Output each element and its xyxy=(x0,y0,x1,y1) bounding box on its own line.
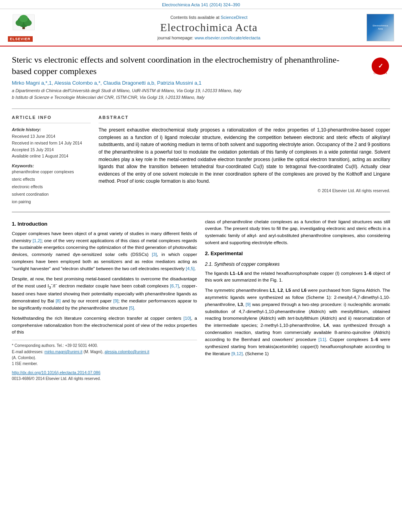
introduction-heading: 1. Introduction xyxy=(12,220,197,228)
email2-person: (A. Colombo). xyxy=(12,355,197,361)
journal-thumbnail-section: ElectrochimicaActa xyxy=(355,14,394,41)
synthesis-subheading: 2.1. Synthesis of copper complexes xyxy=(205,261,390,268)
keyword-4: solvent coordination xyxy=(12,191,91,198)
email-label: E-mail addresses: xyxy=(12,350,43,354)
issn-line: 0013-4686/© 2014 Elsevier Ltd. All right… xyxy=(12,376,197,382)
sciencedirect-link[interactable]: ScienceDirect xyxy=(221,15,248,20)
experimental-para-2: The symmetric phenanthrolines L1, L2, L5… xyxy=(205,287,390,357)
abstract-column: ABSTRACT The present exhaustive electroc… xyxy=(99,115,390,205)
affiliation-b: b Istituto di Scienze e Tecnologie Molec… xyxy=(12,94,359,101)
history-label: Article history: xyxy=(12,126,91,133)
elsevier-label: ELSEVIER xyxy=(8,36,33,42)
journal-url-link[interactable]: www.elsevier.com/locate/electacta xyxy=(195,35,261,40)
experimental-para-1: The ligands L1–L6 and the related hexafl… xyxy=(205,270,390,284)
ref-11[interactable]: [11] xyxy=(318,337,326,342)
experimental-heading: 2. Experimental xyxy=(205,250,390,258)
article-info-heading: ARTICLE INFO xyxy=(12,115,91,123)
abstract-heading: ABSTRACT xyxy=(99,115,390,123)
elsevier-logo-section: ELSEVIER xyxy=(8,13,63,42)
ref-6-7[interactable]: [6,7] xyxy=(170,284,179,288)
journal-title: Electrochimica Acta xyxy=(63,21,355,34)
svg-point-5 xyxy=(19,15,28,22)
authors-line: Mirko Magni a,*,1, Alessia Colombo a,*, … xyxy=(12,77,359,87)
journal-homepage: journal homepage: www.elsevier.com/locat… xyxy=(63,35,355,40)
article-title: Steric vs electronic effects and solvent… xyxy=(12,54,359,77)
keyword-1: phenanthroline copper complexes xyxy=(12,168,91,176)
article-title-section: Steric vs electronic effects and solvent… xyxy=(12,46,390,109)
doi-link[interactable]: http://dx.doi.org/10.1016/j.electacta.20… xyxy=(12,370,100,375)
ref-9b[interactable]: [9] xyxy=(246,302,251,307)
intro-para-1: Copper complexes have been object of a g… xyxy=(12,230,197,272)
affiliations: a Dipartimento di Chimica dell'Universit… xyxy=(12,87,359,104)
journal-title-section: Contents lists available at ScienceDirec… xyxy=(63,15,355,40)
ref-9-12[interactable]: [9,12] xyxy=(231,351,243,356)
email-footnote: E-mail addresses: mirko.magni@unimi.it (… xyxy=(12,349,197,355)
body-section: 1. Introduction Copper complexes have be… xyxy=(12,212,390,382)
email1-link[interactable]: mirko.magni@unimi.it xyxy=(45,350,82,354)
accepted-date: Accepted 15 July 2014 xyxy=(12,146,91,153)
elsevier-tree-icon xyxy=(8,13,39,35)
keywords-list: phenanthroline copper complexes steric e… xyxy=(12,168,91,205)
main-content: Steric vs electronic effects and solvent… xyxy=(0,46,402,382)
citation-text: Electrochimica Acta 141 (2014) 324–390 xyxy=(162,2,240,7)
journal-cover-thumbnail: ElectrochimicaActa xyxy=(367,14,394,41)
ref-3[interactable]: [3] xyxy=(152,252,157,257)
ref-9[interactable]: [9] xyxy=(113,298,118,303)
ref-4-5[interactable]: [4,5] xyxy=(186,266,194,271)
email2-link[interactable]: alessia.colombo@unimi.it xyxy=(104,350,149,354)
ref-8[interactable]: [8] xyxy=(56,298,61,303)
abstract-text: The present exhaustive electrochemical s… xyxy=(99,126,390,185)
crossmark-icon: ✓ CrossMark xyxy=(370,56,390,76)
revised-date: Received in revised form 14 July 2014 xyxy=(12,140,91,146)
article-title-text: Steric vs electronic effects and solvent… xyxy=(12,54,359,104)
ref-10[interactable]: [10] xyxy=(184,316,191,321)
article-history: Article history: Received 13 June 2014 R… xyxy=(12,126,91,159)
intro-para-2: Despite, at now, the best promising meta… xyxy=(12,276,197,312)
keyword-2: steric effects xyxy=(12,176,91,183)
elsevier-wordmark: ELSEVIER xyxy=(8,36,63,42)
crossmark-section: ✓ CrossMark xyxy=(370,56,390,78)
intro-para-3: Notwithstanding the rich literature conc… xyxy=(12,315,197,336)
svg-text:CrossMark: CrossMark xyxy=(374,72,387,74)
doi-line: http://dx.doi.org/10.1016/j.electacta.20… xyxy=(12,369,197,376)
contents-available: Contents lists available at ScienceDirec… xyxy=(63,15,355,20)
article-info-column: ARTICLE INFO Article history: Received 1… xyxy=(12,115,91,205)
citation-bar: Electrochimica Acta 141 (2014) 324–390 xyxy=(0,0,402,9)
info-abstract-section: ARTICLE INFO Article history: Received 1… xyxy=(12,109,390,211)
intro-continuation: class of phenanthroline chelate complexe… xyxy=(205,219,390,247)
keywords-section: Keywords: phenanthroline copper complexe… xyxy=(12,163,91,205)
introduction-column: 1. Introduction Copper complexes have be… xyxy=(12,219,197,382)
ref-1-2[interactable]: [1,2] xyxy=(33,238,41,243)
copyright-notice: © 2014 Elsevier Ltd. All rights reserved… xyxy=(99,188,390,193)
ise-note: 1 ISE member. xyxy=(12,361,197,367)
keyword-5: ion pairing xyxy=(12,198,91,206)
email1-person: (M. Magni), xyxy=(84,350,104,354)
experimental-column: class of phenanthroline chelate complexe… xyxy=(205,219,390,382)
footnote-section: * Corresponding authors. Tel.: +39 02 50… xyxy=(12,340,197,367)
keywords-label: Keywords: xyxy=(12,163,91,168)
journal-header: ELSEVIER Contents lists available at Sci… xyxy=(0,9,402,46)
corresponding-footnote: * Corresponding authors. Tel.: +39 02 50… xyxy=(12,343,197,349)
affiliation-a: a Dipartimento di Chimica dell'Universit… xyxy=(12,87,359,94)
ref-5b[interactable]: [5] xyxy=(129,306,134,310)
available-date: Available online 1 August 2014 xyxy=(12,153,91,159)
keyword-3: electronic effects xyxy=(12,183,91,191)
svg-text:✓: ✓ xyxy=(378,63,383,69)
authors-text: Mirko Magni a,*,1, Alessia Colombo a,*, … xyxy=(12,80,201,86)
received-date: Received 13 June 2014 xyxy=(12,133,91,140)
